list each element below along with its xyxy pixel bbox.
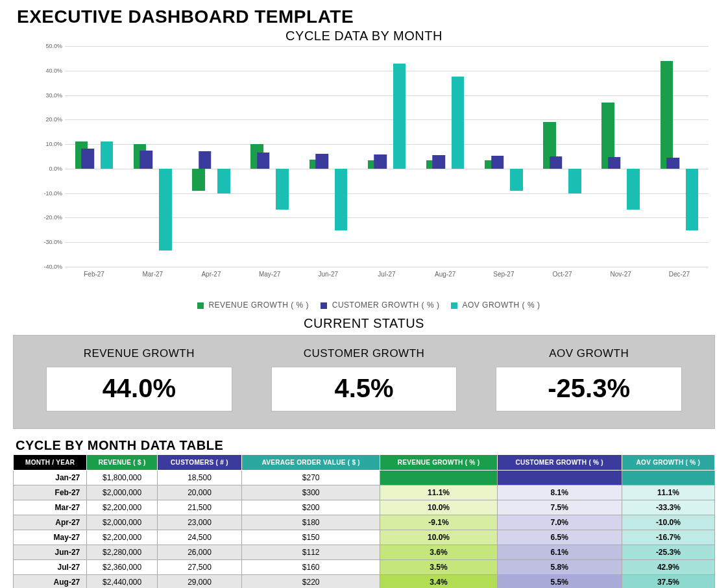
legend-swatch-aov [451,302,457,309]
x-label: Sep-27 [493,271,514,278]
bar [452,77,465,169]
bar-group: Jun-27 [309,46,348,267]
table-cell: 5.5% [497,575,622,589]
table-cell: $2,200,000 [87,530,158,545]
table-cell: $112 [241,545,380,560]
bar-group: Mar-27 [134,46,172,267]
bar [199,151,212,168]
status-aov: AOV GROWTH -25.3% [496,347,682,411]
y-tick: -10.0% [39,190,62,197]
table-cell [622,471,714,485]
status-row: REVENUE GROWTH 44.0% CUSTOMER GROWTH 4.5… [13,335,715,429]
bar [335,169,348,231]
bar [393,64,406,169]
table-cell: $2,280,000 [87,545,158,560]
table-cell: $220 [241,575,380,589]
y-tick: 20.0% [39,116,62,123]
table-cell: $180 [241,515,380,530]
table-cell: 10.0% [380,530,497,545]
bar [82,149,95,169]
legend-label-customer: CUSTOMER GROWTH ( % ) [332,300,440,310]
table-row: Jan-27$1,800,00018,500$270 [14,471,715,485]
table-cell: 10.0% [380,500,497,515]
th-month: MONTH / YEAR [14,455,87,471]
legend-label-aov: AOV GROWTH ( % ) [462,300,540,310]
table-cell: 7.0% [497,515,622,530]
bar [374,154,387,169]
table-cell: Feb-27 [14,485,87,500]
bar [510,169,523,191]
bar-group: Apr-27 [192,46,230,267]
bar-group: Jul-27 [368,46,406,267]
status-aov-value: -25.3% [496,367,682,411]
y-tick: 30.0% [39,92,62,99]
y-tick: 0.0% [39,165,62,172]
table-cell: $270 [241,471,380,485]
table-title: CYCLE BY MONTH DATA TABLE [16,438,715,453]
data-table: MONTH / YEAR REVENUE ( $ ) CUSTOMERS ( #… [13,454,715,588]
table-cell: -33.3% [622,500,714,515]
table-cell [380,471,497,485]
x-label: Dec-27 [669,271,690,278]
table-cell: 6.5% [497,530,622,545]
table-cell: 8.1% [497,485,622,500]
bar [568,169,581,193]
table-cell: 27,500 [158,560,242,575]
table-cell: $150 [241,530,380,545]
table-cell: 42.9% [622,560,714,575]
bar-group: May-27 [250,46,289,267]
table-cell: Jan-27 [14,471,87,485]
table-cell: 26,000 [158,545,242,560]
bar [608,157,621,169]
th-aov-growth: AOV GROWTH ( % ) [622,455,714,471]
th-revenue-growth: REVENUE GROWTH ( % ) [380,455,497,471]
table-cell: May-27 [14,530,87,545]
bar [491,156,504,169]
legend-swatch-customer [321,302,327,309]
table-cell: 7.5% [497,500,622,515]
table-cell: Apr-27 [14,515,87,530]
y-tick: 50.0% [39,43,62,49]
table-cell: $2,200,000 [87,500,158,515]
table-cell: Jul-27 [14,560,87,575]
table-row: Apr-27$2,000,00023,000$180-9.1%7.0%-10.0… [14,515,715,530]
bar-group: Oct-27 [543,46,581,267]
table-cell: -10.0% [622,515,714,530]
status-revenue-value: 44.0% [46,367,232,411]
bar [315,154,328,169]
bar [661,61,673,169]
table-cell: $2,360,000 [87,560,158,575]
status-revenue: REVENUE GROWTH 44.0% [46,347,232,411]
x-label: Oct-27 [553,271,572,278]
bar [192,169,205,191]
table-row: Aug-27$2,440,00029,000$2203.4%5.5%37.5% [14,575,715,589]
bar [217,169,230,193]
table-cell: 3.4% [380,575,497,589]
status-title: CURRENT STATUS [13,316,715,331]
status-revenue-label: REVENUE GROWTH [46,347,232,360]
th-customers: CUSTOMERS ( # ) [158,455,242,471]
th-aov: AVERAGE ORDER VALUE ( $ ) [241,455,380,471]
bar [550,156,563,169]
table-row: Mar-27$2,200,00021,500$20010.0%7.5%-33.3… [14,500,715,515]
table-cell: $300 [241,485,380,500]
table-cell: Aug-27 [14,575,87,589]
chart-title: CYCLE DATA BY MONTH [13,29,715,43]
status-customer-label: CUSTOMER GROWTH [271,347,457,360]
table-row: Jun-27$2,280,00026,000$1123.6%6.1%-25.3% [14,545,715,560]
th-customer-growth: CUSTOMER GROWTH ( % ) [497,455,622,471]
bar [686,169,699,231]
table-cell: 18,500 [158,471,242,485]
chart-legend: REVENUE GROWTH ( % ) CUSTOMER GROWTH ( %… [13,300,715,310]
bar [276,169,289,210]
table-cell: $2,000,000 [87,515,158,530]
x-label: Jun-27 [319,271,339,278]
bar [433,155,446,169]
status-aov-label: AOV GROWTH [496,347,682,360]
bar-group: Aug-27 [426,46,465,267]
table-cell: $160 [241,560,380,575]
bar [159,169,172,251]
table-cell: 6.1% [497,545,622,560]
status-customer: CUSTOMER GROWTH 4.5% [271,347,457,411]
y-tick: 40.0% [39,67,62,74]
